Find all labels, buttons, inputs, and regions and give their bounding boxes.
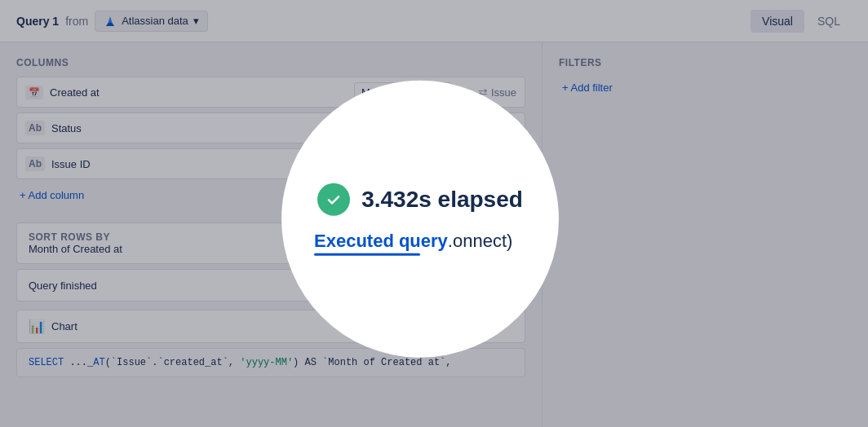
sql-text-2: (`Issue`.`created_at`, bbox=[105, 357, 241, 368]
alias-source-0: Issue bbox=[491, 86, 516, 99]
top-bar-left: Query 1 from Atlassian data ▾ bbox=[16, 11, 208, 32]
add-filter-button[interactable]: + Add filter bbox=[559, 77, 616, 99]
datasource-name: Atlassian data bbox=[122, 15, 188, 27]
add-column-button[interactable]: + Add column bbox=[16, 184, 87, 206]
top-bar: Query 1 from Atlassian data ▾ Visual SQL bbox=[0, 0, 868, 42]
elapsed-row: 3.432s elapsed bbox=[317, 183, 523, 215]
view-tabs: Visual SQL bbox=[751, 10, 852, 33]
elapsed-text: 3.432s elapsed bbox=[361, 186, 523, 212]
column-name-status: Status bbox=[51, 122, 343, 134]
chart-label: Chart bbox=[51, 320, 78, 332]
calendar-icon: 📅 bbox=[25, 86, 43, 99]
sql-text: ..._ bbox=[69, 357, 93, 368]
atlassian-logo-icon bbox=[104, 15, 117, 28]
executed-query-title: Executed query.onnect) bbox=[314, 230, 512, 251]
sql-keyword: SELECT bbox=[29, 357, 64, 368]
from-label: from bbox=[65, 15, 88, 28]
filters-section-label: Filters bbox=[559, 57, 852, 68]
columns-section-label: Columns bbox=[16, 57, 525, 68]
success-check-circle bbox=[317, 183, 350, 215]
check-icon bbox=[325, 190, 343, 208]
right-panel: Filters + Add filter bbox=[542, 42, 868, 427]
chevron-down-icon: ▾ bbox=[193, 15, 199, 27]
tab-visual[interactable]: Visual bbox=[751, 10, 804, 33]
sql-at-keyword: AT bbox=[93, 357, 104, 368]
query-title: Query 1 bbox=[16, 15, 59, 28]
text-type-icon-2: Ab bbox=[25, 156, 45, 171]
chart-icon: 📊 bbox=[29, 319, 45, 334]
spotlight-modal: 3.432s elapsed Executed query.onnect) bbox=[281, 81, 559, 358]
datasource-badge[interactable]: Atlassian data ▾ bbox=[95, 11, 208, 32]
query-finished-text: Query finished bbox=[29, 280, 97, 292]
connect-suffix: .onnect) bbox=[448, 230, 513, 250]
column-name-created-at: Created at bbox=[50, 86, 348, 99]
sql-string: 'yyyy-MM' bbox=[240, 357, 293, 368]
sql-text-3: ) AS `Month of Created at`, bbox=[293, 357, 451, 368]
underline-bar bbox=[314, 253, 420, 255]
tab-sql[interactable]: SQL bbox=[806, 10, 852, 33]
text-type-icon: Ab bbox=[25, 121, 45, 135]
